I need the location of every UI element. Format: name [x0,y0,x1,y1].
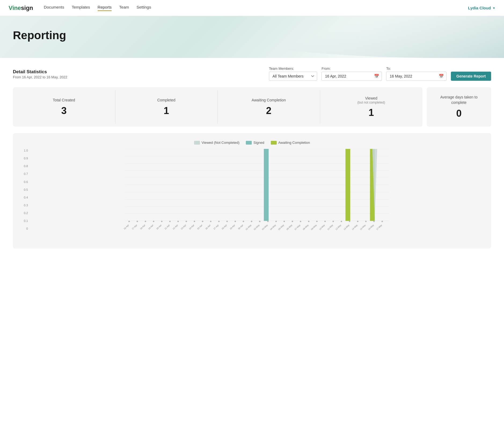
y-label-10: 1.0 [24,149,28,152]
xlabel-9: 25-Apr [197,224,203,230]
dot-20 [292,221,293,222]
from-date-wrapper: 📅 [322,72,382,81]
to-date-wrapper: 📅 [386,72,447,81]
legend-awaiting: Awaiting Completion [271,141,310,145]
y-axis: 1.0 0.9 0.8 0.7 0.6 0.5 0.4 0.3 0.2 0.1 … [19,149,30,241]
detail-subtitle: From 16 Apr, 2022 to 16 May, 2022 [13,75,67,79]
xlabel-8: 24-Apr [188,224,195,230]
viewed-label: Viewed [365,96,377,101]
dot-24 [324,221,326,222]
to-date-input[interactable] [386,72,447,81]
to-label: To: [386,67,447,71]
nav-settings[interactable]: Settings [137,5,151,11]
y-label-08: 0.8 [24,164,28,168]
xlabel-27: 13-May [343,224,350,231]
to-filter: To: 📅 [386,67,447,81]
y-label-01: 0.1 [24,219,28,222]
xlabel-5: 21-Apr [164,224,170,230]
dot-4 [161,221,162,222]
user-name: Lydia Cloud [468,6,491,10]
total-created-value: 3 [61,105,67,116]
xlabel-23: 09-May [311,224,317,231]
awaiting-legend-label: Awaiting Completion [278,141,310,145]
xlabel-31: 17-May [376,224,382,231]
awaiting-value: 2 [266,105,271,116]
y-label-03: 0.3 [24,204,28,207]
completed-value: 1 [164,105,169,116]
team-members-filter: Team Members: All Team Members [269,67,317,81]
y-label-07: 0.7 [24,172,28,175]
generate-report-button[interactable]: Generate Report [451,72,491,81]
dot-17 [267,221,269,222]
awaiting-legend-dot [271,141,277,145]
dot-31 [381,221,383,222]
nav-team[interactable]: Team [119,5,129,11]
stat-completed: Completed 1 [115,90,218,124]
viewed-legend-label: Viewed (Not Completed) [202,141,239,145]
dot-29 [365,221,367,222]
dot-26 [341,221,342,222]
user-menu[interactable]: Lydia Cloud ▼ [468,6,495,10]
dot-14 [243,221,244,222]
dot-15 [251,221,252,222]
xlabel-11: 27-Apr [213,224,220,230]
xlabel-24: 10-May [319,224,325,231]
dot-3 [153,221,154,222]
y-label-09: 0.9 [24,157,28,160]
signed-legend-label: Signed [253,141,264,145]
team-members-select[interactable]: All Team Members [269,72,317,81]
xlabel-12: 28-Apr [221,224,228,230]
dot-0 [128,221,130,222]
dot-18 [275,221,277,222]
xlabel-4: 20-Apr [156,224,162,230]
y-label-02: 0.2 [24,211,28,215]
dot-6 [177,221,179,222]
dot-21 [300,221,301,222]
xlabel-15: 01-May [245,224,252,231]
page-title: Reporting [13,29,491,42]
from-date-input[interactable] [322,72,382,81]
avg-label: Average days taken to complete [437,95,480,105]
stat-awaiting: Awaiting Completion 2 [218,90,320,124]
nav-reports[interactable]: Reports [98,5,112,11]
detail-header: Detail Statistics From 16 Apr, 2022 to 1… [13,69,67,79]
xlabel-10: 26-Apr [205,224,211,230]
xlabel-17: 03-May [261,224,268,231]
stats-card-main: Total Created 3 Completed 1 Awaiting Com… [13,87,422,127]
dot-7 [185,221,187,222]
y-label-05: 0.5 [24,188,28,191]
xlabel-2: 18-Apr [140,224,146,230]
dot-27 [349,221,350,222]
y-label-06: 0.6 [24,180,28,184]
dot-13 [235,221,236,222]
hero-section: Reporting [0,16,504,58]
viewed-value: 1 [368,107,374,118]
legend-viewed: Viewed (Not Completed) [194,141,239,145]
nav-links: Documents Templates Reports Team Setting… [44,5,468,11]
stat-total-created: Total Created 3 [13,90,115,124]
dot-11 [218,221,220,222]
chart-card: Viewed (Not Completed) Signed Awaiting C… [13,133,491,248]
xlabel-26: 12-May [335,224,342,231]
xlabel-13: 29-Apr [229,224,236,230]
nav-documents[interactable]: Documents [44,5,64,11]
y-label-04: 0.4 [24,196,28,199]
team-members-label: Team Members: [269,67,317,71]
nav-templates[interactable]: Templates [72,5,90,11]
xlabel-14: 30-Apr [238,224,244,230]
dot-5 [169,221,171,222]
xlabel-28: 14-May [351,224,358,231]
dot-22 [308,221,309,222]
dot-1 [137,221,138,222]
xlabel-30: 16-May [368,224,374,231]
legend-signed: Signed [246,141,264,145]
navbar: Vinesign Documents Templates Reports Tea… [0,0,504,16]
dot-10 [210,221,211,222]
xlabel-18: 04-May [270,224,276,231]
logo[interactable]: Vinesign [9,5,33,12]
awaiting-label: Awaiting Completion [252,98,286,102]
main-content: Detail Statistics From 16 Apr, 2022 to 1… [0,58,504,257]
xlabel-16: 02-May [253,224,260,231]
viewed-sublabel: (but not completed) [357,101,385,104]
xlabel-6: 22-Apr [172,224,179,230]
